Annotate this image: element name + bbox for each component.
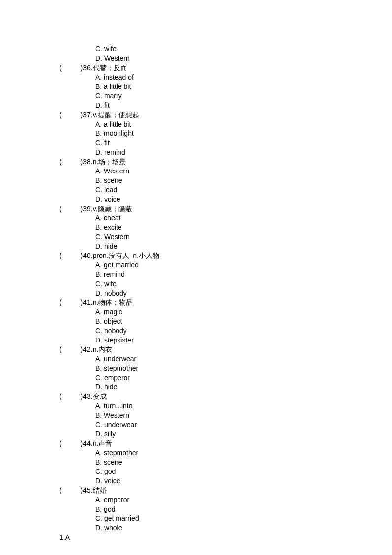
option-line: C. marry [59,91,333,101]
option-line: D. hide [59,383,333,392]
option-line: A. a little bit [59,120,333,129]
question-line-36: ( )36.代替；反而 [59,63,333,73]
option-line: D. voice [59,476,333,486]
question-line-40: ( )40.pron.没有人 n.小人物 [59,251,333,260]
question-line-38: ( )38.n.场；场景 [59,157,333,167]
option-line: B. remind [59,270,333,279]
option-line: D. remind [59,148,333,157]
option-line: D. Western [59,54,333,63]
question-line-41: ( )41.n.物体；物品 [59,298,333,307]
option-line: C. emperor [59,373,333,383]
question-line-42: ( )42.n.内衣 [59,345,333,354]
option-line: C. god [59,467,333,476]
option-line: B. god [59,505,333,514]
option-line: B. scene [59,458,333,467]
option-line: D. stepsister [59,336,333,345]
question-line-37: ( )37.v.提醒；使想起 [59,110,333,120]
option-line: D. whole [59,523,333,533]
option-line: A. emperor [59,495,333,505]
option-line: B. stepmother [59,364,333,373]
option-line: A. get married [59,260,333,270]
option-line: B. moonlight [59,129,333,138]
option-line: C. wife [59,44,333,54]
option-line: B. object [59,317,333,326]
option-line: A. turn...into [59,401,333,411]
option-line: C. get married [59,514,333,523]
option-line: D. fit [59,101,333,110]
option-line: D. silly [59,429,333,439]
option-line: A. cheat [59,213,333,223]
option-line: D. hide [59,242,333,251]
option-line: C. nobody [59,326,333,336]
question-line-44: ( )44.n.声音 [59,439,333,448]
answer-line: 1.A [59,533,333,542]
option-line: C. fit [59,138,333,148]
option-line: C. wife [59,279,333,289]
option-line: B. Western [59,411,333,420]
option-line: B. a little bit [59,82,333,91]
option-line: A. Western [59,167,333,176]
question-list: C. wifeD. Western( )36.代替；反而A. instead o… [59,44,333,542]
option-line: D. nobody [59,289,333,298]
option-line: A. magic [59,307,333,317]
option-line: B. scene [59,176,333,185]
option-line: A. instead of [59,73,333,82]
option-line: D. voice [59,195,333,204]
page-content: C. wifeD. Western( )36.代替；反而A. instead o… [0,0,392,555]
question-line-39: ( )39.v.隐藏；隐蔽 [59,204,333,213]
option-line: A. stepmother [59,448,333,458]
option-line: B. excite [59,223,333,232]
option-line: C. Western [59,232,333,242]
question-line-45: ( )45.结婚 [59,486,333,495]
question-line-43: ( )43.变成 [59,392,333,401]
option-line: A. underwear [59,354,333,364]
option-line: C. underwear [59,420,333,429]
option-line: C. lead [59,185,333,195]
